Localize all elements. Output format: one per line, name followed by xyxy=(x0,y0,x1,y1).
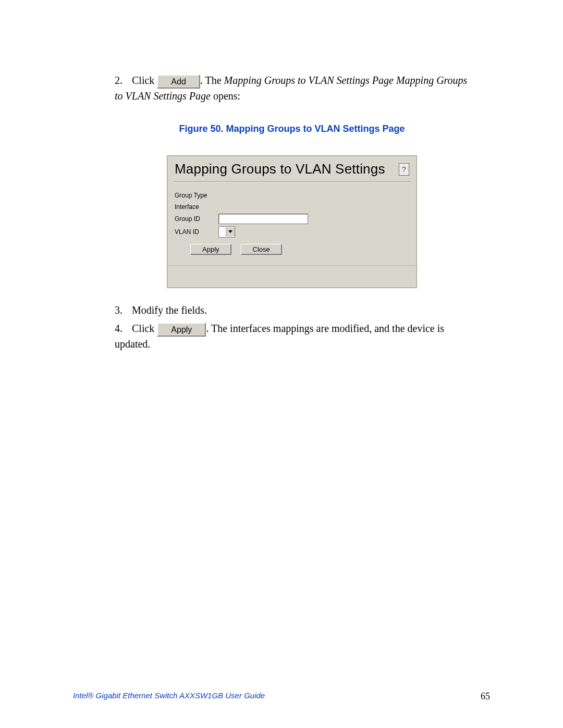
page-content: 2. Click Add. The Mapping Groups to VLAN… xyxy=(115,73,469,355)
dialog-separator xyxy=(174,181,410,182)
group-id-input[interactable] xyxy=(218,214,308,224)
label-interface: Interface xyxy=(175,203,218,211)
page-number: 65 xyxy=(481,691,490,702)
step-2: 2. Click Add. The Mapping Groups to VLAN… xyxy=(115,73,469,104)
dialog-footer xyxy=(167,265,417,288)
dialog-titlebar: Mapping Groups to VLAN Settings ? xyxy=(167,156,417,180)
label-vlan-id: VLAN ID xyxy=(175,228,218,236)
label-group-type: Group Type xyxy=(175,192,218,199)
page-footer: Intel® Gigabit Ethernet Switch AXXSW1GB … xyxy=(73,691,490,702)
dialog-title: Mapping Groups to VLAN Settings xyxy=(175,161,399,177)
step-3: 3. Modify the fields. xyxy=(115,303,469,318)
row-group-type: Group Type xyxy=(175,191,409,200)
step-number: 4. xyxy=(115,321,129,336)
step-4-click: Click xyxy=(132,323,154,334)
row-vlan-id: VLAN ID xyxy=(175,226,409,238)
step-4: 4. Click Apply. The interfaces mappings … xyxy=(115,321,469,352)
dialog-body: Group Type Interface Group ID VLAN ID xyxy=(167,188,417,265)
step-2-click: Click xyxy=(132,75,154,86)
add-button[interactable]: Add xyxy=(157,75,200,89)
step-number: 2. xyxy=(115,73,129,88)
footer-title: Intel® Gigabit Ethernet Switch AXXSW1GB … xyxy=(73,691,265,702)
label-group-id: Group ID xyxy=(175,215,218,223)
chevron-down-icon[interactable] xyxy=(226,227,235,237)
dialog-button-row: Apply Close xyxy=(175,240,409,261)
row-group-id: Group ID xyxy=(175,214,409,224)
step-3-text: Modify the fields. xyxy=(132,304,207,316)
help-icon[interactable]: ? xyxy=(399,163,409,176)
apply-button-inline[interactable]: Apply xyxy=(157,323,206,337)
vlan-id-dropdown[interactable] xyxy=(218,226,235,238)
figure-caption: Figure 50. Mapping Groups to VLAN Settin… xyxy=(115,124,469,134)
dialog-screenshot: Mapping Groups to VLAN Settings ? Group … xyxy=(167,155,417,288)
mapping-dialog: Mapping Groups to VLAN Settings ? Group … xyxy=(167,155,417,288)
row-interface: Interface xyxy=(175,202,409,212)
step-2-after2: opens: xyxy=(211,90,240,102)
close-button[interactable]: Close xyxy=(241,244,282,255)
svg-marker-0 xyxy=(228,230,232,233)
step-4-body: Click Apply. The interfaces mappings are… xyxy=(115,323,444,350)
step-2-body: Click Add. The Mapping Groups to VLAN Se… xyxy=(115,75,467,102)
step-2-after1: . The xyxy=(200,75,224,86)
apply-button[interactable]: Apply xyxy=(190,244,231,255)
step-number: 3. xyxy=(115,303,129,318)
